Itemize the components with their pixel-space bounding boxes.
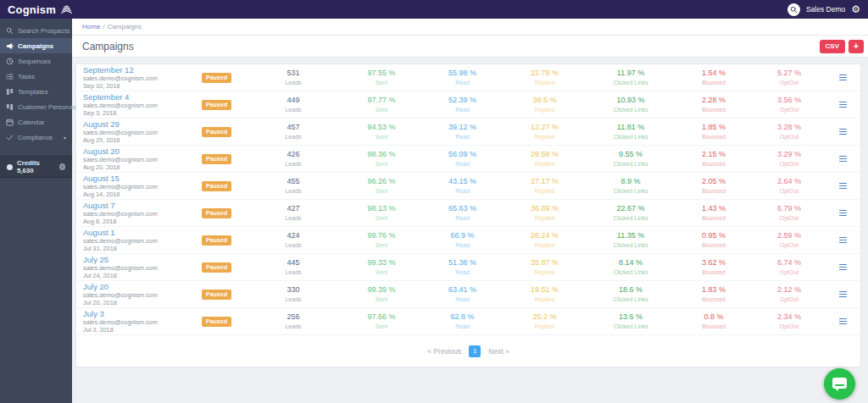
campaigns-card: September 12 sales.demo@cognism.com Sep … xyxy=(75,63,861,367)
sent-label: Sent xyxy=(341,296,422,302)
campaign-name-link[interactable]: September 12 xyxy=(83,66,202,75)
sidebar-item-compliance[interactable]: Compliance xyxy=(0,130,72,145)
read-label: Read xyxy=(422,107,503,113)
next-page-link[interactable]: Next » xyxy=(488,347,509,356)
clicked-links-value: 9.55 % xyxy=(587,151,675,158)
sidebar-item-search-prospects[interactable]: Search Prospects xyxy=(0,23,72,38)
status-badge: Paused xyxy=(202,208,231,218)
bounced-value: 1.54 % xyxy=(675,69,753,77)
status-badge: Paused xyxy=(202,290,231,300)
row-menu-icon[interactable] xyxy=(837,290,849,300)
row-menu-cell xyxy=(826,262,860,273)
row-menu-icon[interactable] xyxy=(837,181,849,191)
leads-cell: 424 Leads xyxy=(246,232,341,248)
leads-label: Leads xyxy=(246,215,341,221)
campaign-name-link[interactable]: August 15 xyxy=(83,174,202,183)
read-value: 63.41 % xyxy=(422,286,503,294)
bounced-value: 1.43 % xyxy=(675,205,753,213)
leads-value: 455 xyxy=(246,178,341,185)
sidebar-item-customer-personas[interactable]: Customer Personas xyxy=(0,99,72,114)
campaign-name-link[interactable]: August 1 xyxy=(83,229,202,237)
row-menu-icon[interactable] xyxy=(837,317,849,327)
campaign-name-link[interactable]: September 4 xyxy=(83,93,202,102)
bounced-cell: 2.05 % Bounced xyxy=(675,178,753,194)
row-menu-icon[interactable] xyxy=(837,235,849,246)
clicked-links-value: 13.6 % xyxy=(587,313,675,321)
cognism-layers-icon xyxy=(60,4,73,14)
gear-icon[interactable] xyxy=(851,4,860,14)
leads-value: 330 xyxy=(246,286,341,294)
row-menu-icon[interactable] xyxy=(837,208,849,218)
replied-value: 29.59 % xyxy=(503,151,587,158)
sidebar-item-campaigns[interactable]: Campaigns xyxy=(0,38,72,53)
sidebar-item-sequences[interactable]: Sequences xyxy=(0,53,72,69)
clicked-links-cell: 9.55 % Clicked Links xyxy=(587,151,675,167)
csv-button[interactable]: CSV xyxy=(820,40,845,53)
bounced-label: Bounced xyxy=(675,296,753,302)
bounced-cell: 1.83 % Bounced xyxy=(675,286,753,302)
sent-label: Sent xyxy=(341,107,422,113)
campaign-date: Sep 10, 2018 xyxy=(83,83,202,89)
sent-cell: 99.39 % Sent xyxy=(341,286,422,302)
campaign-name-link[interactable]: July 25 xyxy=(83,256,202,264)
sent-cell: 98.36 % Sent xyxy=(341,151,422,167)
search-button[interactable] xyxy=(787,3,800,16)
clicked-links-label: Clicked Links xyxy=(587,296,675,302)
sent-cell: 97.66 % Sent xyxy=(341,313,422,329)
bounced-cell: 1.85 % Bounced xyxy=(675,124,753,140)
optout-label: OptOut xyxy=(753,323,826,329)
optout-cell: 2.59 % OptOut xyxy=(753,232,826,248)
row-menu-icon[interactable] xyxy=(837,73,849,83)
campaign-email: sales.demo@cognism.com xyxy=(83,184,202,190)
campaign-name-link[interactable]: July 3 xyxy=(83,310,202,318)
replied-cell: 27.17 % Replied xyxy=(503,178,587,194)
row-menu-cell xyxy=(826,73,860,83)
read-cell: 43.15 % Read xyxy=(422,178,503,194)
main: Home / Campaigns Campaigns CSV + Septemb… xyxy=(72,19,868,403)
optout-value: 6.79 % xyxy=(753,205,826,213)
campaign-email: sales.demo@cognism.com xyxy=(83,238,202,244)
list-icon xyxy=(6,73,14,80)
status-badge: Paused xyxy=(202,154,231,164)
row-menu-icon[interactable] xyxy=(837,100,849,110)
previous-page-link[interactable]: « Previous xyxy=(427,347,461,356)
sent-label: Sent xyxy=(341,134,422,140)
sidebar-item-templates[interactable]: Templates xyxy=(0,84,72,99)
sidebar-item-calendar[interactable]: Calendar xyxy=(0,114,72,130)
row-menu-icon[interactable] xyxy=(837,154,849,164)
table-row: August 15 sales.demo@cognism.com Aug 14,… xyxy=(76,173,860,200)
table-row: September 4 sales.demo@cognism.com Sep 3… xyxy=(76,91,860,119)
replied-value: 36.89 % xyxy=(503,205,587,213)
breadcrumb-home-link[interactable]: Home xyxy=(82,23,100,30)
clicked-links-value: 10.93 % xyxy=(587,97,675,104)
optout-label: OptOut xyxy=(753,296,826,302)
sidebar-item-tasks[interactable]: Tasks xyxy=(0,69,72,84)
add-campaign-button[interactable]: + xyxy=(849,40,864,53)
replied-value: 22.78 % xyxy=(503,69,587,77)
replied-cell: 25.2 % Replied xyxy=(503,313,587,329)
bounced-value: 1.85 % xyxy=(675,124,753,131)
leads-label: Leads xyxy=(246,80,341,86)
leads-value: 449 xyxy=(246,97,341,104)
read-label: Read xyxy=(422,296,503,302)
table-row: July 3 sales.demo@cognism.com Jul 3, 201… xyxy=(76,308,860,335)
clicked-links-cell: 10.93 % Clicked Links xyxy=(587,97,675,113)
optout-label: OptOut xyxy=(753,134,826,140)
topbar-right: Sales Demo xyxy=(787,3,860,16)
table-row: August 1 sales.demo@cognism.com Jul 31, … xyxy=(76,227,860,254)
optout-cell: 6.74 % OptOut xyxy=(753,259,826,275)
read-label: Read xyxy=(422,269,503,275)
chat-launcher-button[interactable] xyxy=(824,368,855,400)
sent-label: Sent xyxy=(341,215,422,221)
campaign-name-link[interactable]: August 20 xyxy=(83,147,202,156)
row-menu-icon[interactable] xyxy=(837,262,849,273)
current-page-button[interactable]: 1 xyxy=(469,345,481,357)
campaign-name-link[interactable]: July 20 xyxy=(83,283,202,291)
row-menu-icon[interactable] xyxy=(837,127,849,137)
user-name[interactable]: Sales Demo xyxy=(806,5,845,14)
optout-value: 2.64 % xyxy=(753,178,826,185)
info-icon[interactable] xyxy=(59,163,65,170)
status-cell: Paused xyxy=(202,290,246,300)
campaign-name-link[interactable]: August 29 xyxy=(83,120,202,129)
campaign-name-link[interactable]: August 7 xyxy=(83,202,202,210)
